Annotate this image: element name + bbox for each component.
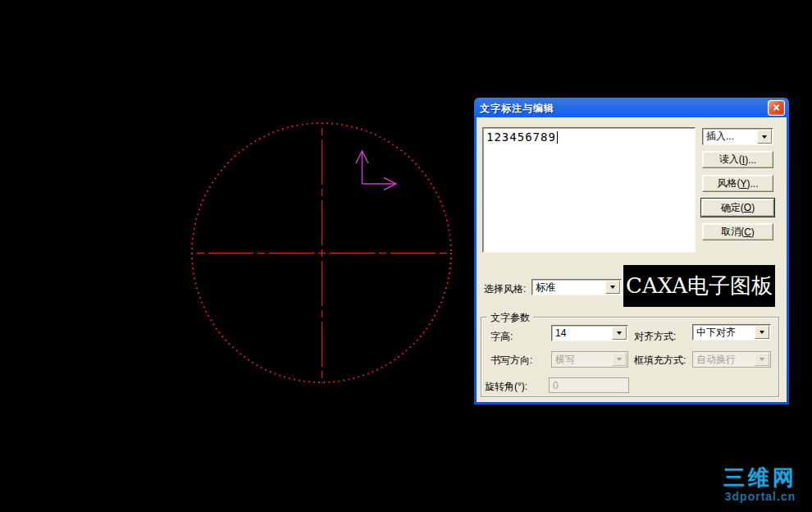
select-style-combobox[interactable]: 标准 (531, 279, 622, 295)
close-icon: × (773, 102, 779, 113)
read-in-button[interactable]: 读入(I)... (702, 151, 773, 168)
text-annotation-dialog: 文字标注与编辑 × 123456789 插入... 读入(I)... 风格(Y)… (474, 98, 789, 405)
char-height-label: 字高: (490, 330, 513, 344)
insert-combobox[interactable]: 插入... (702, 128, 773, 145)
ok-accesskey: O (744, 202, 751, 213)
select-style-label: 选择风格: (484, 282, 526, 296)
style-button[interactable]: 风格(Y)... (702, 175, 773, 192)
alignment-combobox[interactable]: 中下对齐 (692, 324, 771, 341)
rotation-angle-label: 旋转角(°): (485, 380, 527, 394)
cancel-label: 取消( (721, 225, 744, 239)
ok-label: 确定( (721, 201, 744, 215)
style-label: 风格( (717, 176, 740, 190)
cancel-accesskey: C (744, 226, 751, 238)
dialog-titlebar[interactable]: 文字标注与编辑 × (477, 100, 787, 117)
select-style-value: 标准 (536, 280, 606, 295)
chevron-down-icon (612, 353, 627, 366)
style-label-suffix: )... (747, 178, 759, 190)
site-watermark-name: 三维网 (723, 467, 797, 488)
cancel-button[interactable]: 取消(C) (702, 223, 773, 240)
writing-direction-combobox: 横写 (551, 351, 628, 368)
read-in-label: 读入( (719, 153, 742, 167)
ok-button[interactable]: 确定(O) (701, 199, 774, 217)
annotation-text-input[interactable]: 123456789 (482, 127, 696, 253)
dialog-title: 文字标注与编辑 (477, 102, 554, 116)
insert-combobox-value: 插入... (706, 129, 758, 144)
caxa-drawing-canvas[interactable]: 文字标注与编辑 × 123456789 插入... 读入(I)... 风格(Y)… (0, 0, 812, 512)
annotation-text-value: 123456789 (486, 130, 556, 144)
close-button[interactable]: × (768, 100, 785, 116)
writing-direction-value: 横写 (555, 352, 613, 367)
read-in-label-suffix: )... (745, 154, 756, 166)
cancel-label-suffix: ) (751, 226, 755, 238)
writing-direction-label: 书写方向: (490, 354, 532, 368)
fill-mode-value: 自动换行 (696, 352, 755, 367)
char-height-combobox[interactable]: 14 (551, 325, 628, 341)
alignment-label: 对齐方式: (634, 330, 676, 344)
text-params-group-title: 文字参数 (487, 311, 533, 325)
ok-label-suffix: ) (751, 202, 755, 213)
text-cursor (557, 131, 558, 144)
caxa-watermark: CAXA电子图板 (623, 265, 775, 307)
chevron-down-icon[interactable] (612, 327, 627, 340)
style-accesskey: Y (740, 178, 746, 190)
chevron-down-icon[interactable] (757, 130, 772, 144)
rotation-angle-input: 0 (549, 377, 629, 393)
fill-mode-combobox: 自动换行 (692, 351, 771, 368)
fill-mode-label: 框填充方式: (634, 354, 686, 368)
chevron-down-icon[interactable] (605, 281, 620, 294)
coordinate-axis-marker-icon (356, 151, 396, 190)
alignment-value: 中下对齐 (696, 325, 755, 340)
dialog-body: 123456789 插入... 读入(I)... 风格(Y)... 确定(O) … (477, 117, 787, 402)
char-height-value: 14 (555, 326, 613, 341)
chevron-down-icon[interactable] (755, 326, 769, 339)
chevron-down-icon (755, 353, 769, 366)
site-watermark: 三维网 3dportal.cn (723, 467, 797, 502)
site-watermark-url: 3dportal.cn (723, 491, 797, 502)
